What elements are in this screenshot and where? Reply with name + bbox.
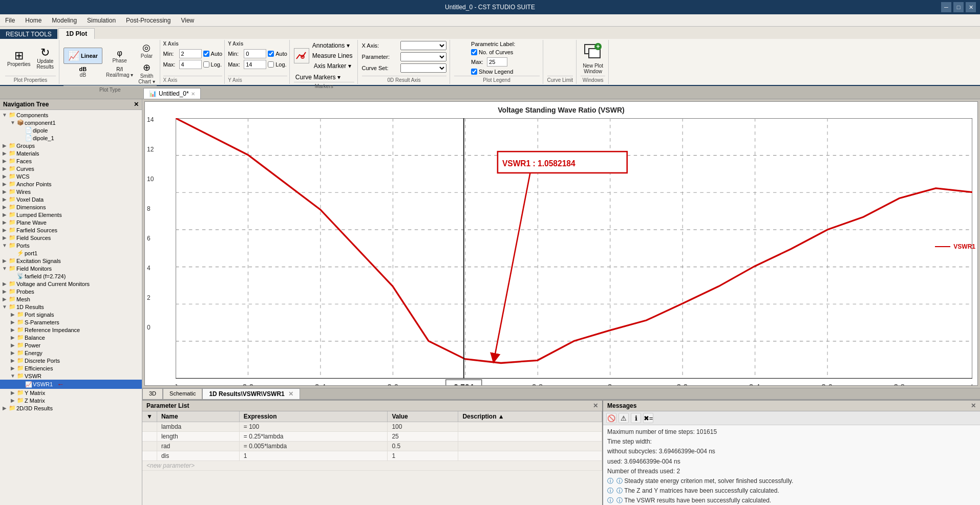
expand-icon-s_parameters[interactable]: ▶ [9, 319, 16, 325]
expand-icon-1d_results[interactable]: ▼ [1, 304, 8, 310]
tree-item-components[interactable]: ▼📁Components [0, 111, 142, 119]
tree-item-dimensions[interactable]: ▶📁Dimensions [0, 203, 142, 211]
expand-icon-voltage_current_monitors[interactable]: ▶ [1, 281, 8, 287]
expand-icon-faces[interactable]: ▶ [1, 158, 8, 164]
table-row[interactable]: rad= 0.005*lambda0.5 [142, 442, 602, 451]
menu-simulation[interactable]: Simulation [82, 16, 121, 25]
expand-icon-materials[interactable]: ▶ [1, 150, 8, 156]
table-row[interactable]: length= 0.25*lambda25 [142, 432, 602, 442]
nav-tree-close[interactable]: ✕ [134, 101, 139, 108]
tree-item-groups[interactable]: ▶📁Groups [0, 142, 142, 149]
msg-filter-warn-btn[interactable]: ⚠ [619, 413, 629, 423]
expand-icon-port_signals[interactable]: ▶ [9, 312, 16, 317]
x-min-input[interactable] [179, 49, 202, 58]
tree-item-dipole[interactable]: 📄dipole [0, 126, 142, 134]
menu-file[interactable]: File [0, 16, 20, 25]
expand-icon-curves[interactable]: ▶ [1, 166, 8, 171]
tree-item-y_matrix[interactable]: ▶📁Y Matrix [0, 389, 142, 397]
expand-icon-groups[interactable]: ▶ [1, 143, 8, 148]
tree-item-field_sources[interactable]: ▶📁Field Sources [0, 234, 142, 241]
doc-tab-close[interactable]: ✕ [191, 91, 195, 97]
linear-button[interactable]: 📈 Linear [63, 48, 102, 64]
y-max-input[interactable] [244, 60, 266, 69]
tab-3d[interactable]: 3D [142, 388, 163, 399]
tree-item-voltage_current_monitors[interactable]: ▶📁Voltage and Current Monitors [0, 280, 142, 288]
tree-item-plane_wave[interactable]: ▶📁Plane Wave [0, 218, 142, 226]
table-row[interactable]: dis11 [142, 451, 602, 461]
expand-icon-dimensions[interactable]: ▶ [1, 204, 8, 210]
tree-item-balance[interactable]: ▶📁Balance [0, 334, 142, 341]
expand-icon-plane_wave[interactable]: ▶ [1, 219, 8, 225]
new-plot-window-button[interactable]: + New PlotWindow [581, 41, 605, 75]
db-button[interactable]: dB dB [78, 65, 89, 79]
expand-icon-ports[interactable]: ▼ [1, 243, 8, 248]
tab-1d-vswr[interactable]: 1D Results\VSWR\VSWR1 ✕ [202, 388, 300, 399]
msg-filter-error-btn[interactable]: 🚫 [606, 413, 616, 423]
col-filter[interactable]: ▼ [142, 411, 157, 422]
expand-icon-balance[interactable]: ▶ [9, 335, 16, 340]
maximize-button[interactable]: □ [953, 2, 964, 12]
curve-set-select[interactable] [400, 63, 446, 73]
tree-item-vswr[interactable]: ▼📁VSWR [0, 372, 142, 380]
tree-item-anchor_points[interactable]: ▶📁Anchor Points [0, 180, 142, 188]
annotations-button[interactable]: Annotations ▾ [311, 41, 354, 50]
expand-icon-components[interactable]: ▼ [1, 112, 8, 118]
menu-view[interactable]: View [176, 16, 199, 25]
tree-item-excitation_signals[interactable]: ▶📁Excitation Signals [0, 257, 142, 265]
tree-item-port1[interactable]: ⚡port1 [0, 249, 142, 257]
expand-icon-vswr[interactable]: ▼ [9, 373, 16, 379]
tree-item-wires[interactable]: ▶📁Wires [0, 188, 142, 195]
tab-1d-vswr-close[interactable]: ✕ [288, 390, 293, 398]
x-auto-checkbox[interactable] [203, 51, 209, 57]
expand-icon-energy[interactable]: ▶ [9, 350, 16, 356]
tree-item-component1[interactable]: ▼📦component1 [0, 119, 142, 126]
menu-post-processing[interactable]: Post-Processing [121, 16, 176, 25]
expand-icon-anchor_points[interactable]: ▶ [1, 181, 8, 187]
expand-icon-2d3d_results[interactable]: ▶ [1, 405, 8, 411]
y-log-checkbox[interactable] [268, 61, 274, 68]
msg-clear-btn[interactable]: ✖= [643, 413, 653, 423]
expand-icon-farfield_sources[interactable]: ▶ [1, 227, 8, 233]
no-of-curves-checkbox[interactable] [471, 49, 477, 55]
polar-button[interactable]: ◎ Polar [139, 41, 154, 60]
tree-item-field_monitors[interactable]: ▼📁Field Monitors [0, 265, 142, 272]
table-row[interactable]: lambda= 100100 [142, 422, 602, 432]
messages-close[interactable]: ✕ [971, 402, 976, 409]
expand-icon-voxel_data[interactable]: ▶ [1, 196, 8, 202]
expand-icon-y_matrix[interactable]: ▶ [9, 390, 16, 396]
tree-item-curves[interactable]: ▶📁Curves [0, 165, 142, 172]
x-max-input[interactable] [179, 60, 202, 69]
tree-item-z_matrix[interactable]: ▶📁Z Matrix [0, 397, 142, 404]
expand-icon-discrete_ports[interactable]: ▶ [9, 358, 16, 363]
show-legend-checkbox[interactable] [471, 69, 477, 75]
expand-icon-field_sources[interactable]: ▶ [1, 235, 8, 240]
tree-item-2d3d_results[interactable]: ▶📁2D/3D Results [0, 404, 142, 412]
axis-marker-button[interactable]: Axis Marker ▾ [311, 61, 354, 71]
tree-item-wcs[interactable]: ▶📁WCS [0, 172, 142, 180]
update-results-button[interactable]: ↻ UpdateResults [35, 46, 56, 71]
tree-item-vswr1[interactable]: 📈VSWR1← [0, 380, 142, 389]
max-curves-input[interactable] [487, 57, 507, 67]
menu-modeling[interactable]: Modeling [47, 16, 82, 25]
x-log-checkbox[interactable] [203, 61, 209, 68]
real-imag-button[interactable]: R/I Real/Imag ▾ [104, 65, 135, 79]
tree-item-power[interactable]: ▶📁Power [0, 341, 142, 349]
tree-item-lumped_elements[interactable]: ▶📁Lumped Elements [0, 211, 142, 218]
expand-icon-mesh[interactable]: ▶ [1, 296, 8, 302]
tree-item-discrete_ports[interactable]: ▶📁Discrete Ports [0, 357, 142, 364]
tab-schematic[interactable]: Schematic [163, 388, 202, 399]
expand-icon-probes[interactable]: ▶ [1, 289, 8, 294]
phase-button[interactable]: φ Phase [104, 48, 135, 64]
tab-1d-plot[interactable]: 1D Plot [58, 28, 95, 39]
msg-filter-info-btn[interactable]: ℹ [631, 413, 641, 423]
tree-item-port_signals[interactable]: ▶📁Port signals [0, 311, 142, 318]
smith-chart-button[interactable]: ⊕ SmithChart ▾ [137, 61, 156, 85]
measure-lines-button[interactable]: Measure Lines [311, 51, 354, 60]
tree-item-s_parameters[interactable]: ▶📁S-Parameters [0, 318, 142, 326]
tree-item-faces[interactable]: ▶📁Faces [0, 157, 142, 165]
table-row-new[interactable]: <new parameter> [142, 461, 602, 471]
tree-item-energy[interactable]: ▶📁Energy [0, 349, 142, 357]
tree-item-ports[interactable]: ▼📁Ports [0, 241, 142, 249]
tree-item-voxel_data[interactable]: ▶📁Voxel Data [0, 195, 142, 203]
tree-item-farfield_f2724[interactable]: 📡farfield (f=2.724) [0, 272, 142, 280]
